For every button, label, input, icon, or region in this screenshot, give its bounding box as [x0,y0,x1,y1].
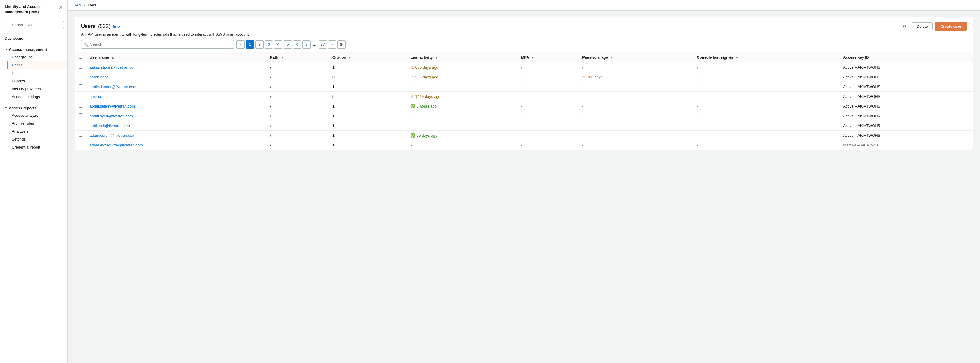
col-path-label: Path [270,55,278,59]
col-last-activity-label: Last activity [410,55,433,59]
page-1-button[interactable]: 1 [246,40,254,49]
col-last-activity[interactable]: Last activity ▼ [407,53,517,62]
sidebar-item-roles[interactable]: Roles [7,69,67,77]
col-console-signin-label: Console last sign-in [697,55,733,59]
sidebar-item-account-settings[interactable]: Account settings [7,93,67,101]
user-name-link[interactable]: aastha [89,94,101,99]
user-name-link[interactable]: aaron.dear [89,75,108,79]
user-name-link[interactable]: aarthy.kumar@fivetran.com [89,84,136,89]
info-link[interactable]: Info [113,24,120,29]
cell-username: adam.eyzaguirre@fivetran.com [86,140,267,150]
user-search-input[interactable] [81,40,234,49]
sidebar-item-archive-rules[interactable]: Archive rules [7,119,67,127]
sidebar-section-access-reports[interactable]: ▼ Access reports [0,103,67,111]
last-activity-link[interactable]: 236 days ago [415,75,438,79]
toolbar-right: ↻ Delete Create user [900,22,967,31]
cell-path: / [267,72,329,82]
col-access-key-id-label: Access key ID [843,55,869,59]
col-password-age[interactable]: Password age ▼ [579,53,693,62]
mfa-value: - [521,75,522,79]
page-3-button[interactable]: 3 [265,40,273,49]
sidebar-item-analyzers[interactable]: Analyzers [7,127,67,135]
row-select-checkbox[interactable] [79,123,83,127]
password-age-value: - [582,84,583,89]
password-age-value: - [582,114,583,118]
cell-last-activity: - [407,121,517,131]
search-iam-input[interactable] [3,21,64,29]
search-icon-table: 🔍 [84,42,89,46]
page-4-button[interactable]: 4 [274,40,282,49]
page-2-button[interactable]: 2 [255,40,264,49]
select-all-header [75,53,86,62]
sidebar-item-identity-providers[interactable]: Identity providers [7,85,67,93]
sidebar-item-policies[interactable]: Policies [7,77,67,85]
row-select-checkbox[interactable] [79,84,83,88]
col-mfa[interactable]: MFA ▼ [517,53,579,62]
sort-username-icon: ▲ [111,56,115,59]
user-name-link[interactable]: adam.corbin@fivetran.com [89,133,135,138]
sidebar-item-credential-report[interactable]: Credential report [7,143,67,151]
cell-password-age: - [579,101,693,111]
row-select-checkbox[interactable] [79,94,83,98]
content-area: Users (532) Info ↻ Delete Create user An… [68,11,980,363]
console-signin-value: - [697,94,698,99]
cell-mfa: - [517,62,579,72]
page-5-button[interactable]: 5 [283,40,292,49]
row-checkbox-cell [75,121,86,131]
page-7-button[interactable]: 7 [302,40,311,49]
row-select-checkbox[interactable] [79,113,83,117]
cell-console-signin: - [693,121,840,131]
last-activity-link[interactable]: 685 days ago [415,65,438,70]
row-select-checkbox[interactable] [79,143,83,146]
user-name-link[interactable]: adam.eyzaguirre@fivetran.com [89,143,143,147]
password-age-value: - [582,133,583,138]
user-name-link[interactable]: aakash.tiwari@fivetran.com [89,65,137,70]
cell-username: abhijeeth@fivetran.com [86,121,267,131]
user-name-link[interactable]: abdul.salam@fivetran.com [89,104,135,108]
cell-password-age: - [579,140,693,150]
refresh-button[interactable]: ↻ [900,22,909,31]
user-name-link[interactable]: abhijeeth@fivetran.com [89,123,130,128]
row-checkbox-cell [75,111,86,121]
sidebar-search-container: 🔍 [3,21,64,29]
col-groups[interactable]: Groups ▼ [329,53,407,62]
sidebar-section-access-management[interactable]: ▼ Access management [0,45,67,53]
page-6-button[interactable]: 6 [293,40,301,49]
sidebar-item-users[interactable]: Users [7,61,67,69]
delete-button[interactable]: Delete [912,22,933,30]
prev-page-button[interactable]: ‹ [237,40,245,49]
row-select-checkbox[interactable] [79,75,83,78]
create-user-button[interactable]: Create user [935,22,967,31]
sidebar-item-access-analyzer[interactable]: Access analyzer [7,111,67,119]
sidebar-item-dashboard[interactable]: Dashboard [0,35,67,43]
last-activity-link[interactable]: 1469 days ago [415,94,440,99]
row-select-checkbox[interactable] [79,133,83,137]
sidebar-item-settings[interactable]: Settings [7,135,67,143]
cell-access-key-id: Active – AKIATWOH5 [840,111,973,121]
breadcrumb-iam-link[interactable]: IAM [75,3,81,7]
select-all-checkbox[interactable] [79,55,83,59]
last-activity-link[interactable]: 65 days ago [416,133,437,138]
table-settings-button[interactable]: ⚙ [337,40,346,49]
chevron-down-icon-2: ▼ [5,107,8,110]
password-age-warning: ⚠788 days [582,75,690,79]
mfa-value: - [521,104,522,108]
cell-console-signin: - [693,140,840,150]
sidebar-item-user-groups[interactable]: User groups [7,53,67,61]
next-page-button[interactable]: › [328,40,336,49]
table-row: aaron.dear/3⚠236 days ago-⚠788 days-Acti… [75,72,973,82]
close-icon[interactable]: ✕ [59,5,63,10]
page-last-button[interactable]: 27 [319,40,327,49]
row-select-checkbox[interactable] [79,65,83,68]
row-select-checkbox[interactable] [79,104,83,108]
last-activity-success: ✅65 days ago [410,133,514,138]
cell-access-key-id: Active – AKIATWOHS [840,62,973,72]
cell-groups: 1 [329,82,407,92]
last-activity-dash: - [410,143,412,147]
cell-last-activity: - [407,111,517,121]
user-name-link[interactable]: abdul.syed@fivetran.com [89,114,133,118]
last-activity-link[interactable]: 3 hours ago [416,104,437,108]
col-console-signin[interactable]: Console last sign-in ▼ [693,53,840,62]
col-path[interactable]: Path ▼ [267,53,329,62]
col-username[interactable]: User name ▲ [86,53,267,62]
